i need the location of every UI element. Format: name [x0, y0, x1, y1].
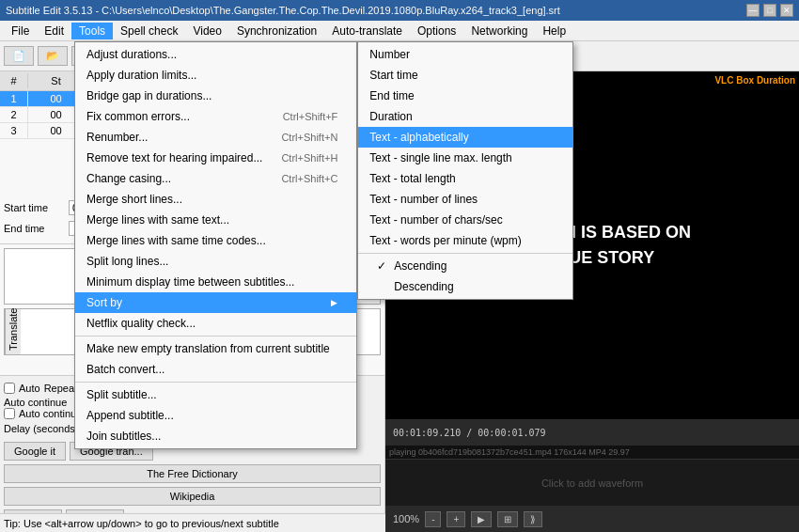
tools-append-subtitle-label: Append subtitle... [86, 409, 174, 422]
menu-synchronization[interactable]: Synchronization [229, 23, 324, 39]
menu-file[interactable]: File [4, 23, 37, 39]
close-button[interactable]: ✕ [780, 4, 793, 17]
menu-separator-1 [75, 336, 356, 336]
tools-change-casing[interactable]: Change casing... Ctrl+Shift+C [75, 168, 356, 189]
minimize-button[interactable]: — [746, 4, 760, 17]
sort-by-number[interactable]: Number [358, 44, 572, 65]
tools-netflix-label: Netflix quality check... [86, 317, 196, 330]
fix-errors-shortcut: Ctrl+Shift+F [283, 111, 338, 122]
maximize-button[interactable]: □ [763, 4, 776, 17]
status-bar: Tip: Use <alt+arrow up/down> to go to pr… [0, 513, 385, 532]
sort-by-duration[interactable]: Duration [358, 106, 572, 127]
scroll-button[interactable]: ⟫ [524, 511, 542, 527]
sort-separator [358, 253, 572, 254]
menu-separator-2 [75, 382, 356, 383]
sort-by-dropdown: Number Start time End time Duration Text… [357, 41, 573, 300]
zoom-minus-button[interactable]: - [425, 511, 441, 527]
menu-networking[interactable]: Networking [463, 23, 535, 39]
tools-split-long-label: Split long lines... [86, 255, 168, 268]
sort-by-num-lines[interactable]: Text - number of lines [358, 189, 572, 210]
sort-by-wpm[interactable]: Text - words per minute (wpm) [358, 230, 572, 251]
play-button[interactable]: ▶ [471, 511, 492, 527]
sort-by-text-alpha[interactable]: Text - alphabetically [358, 127, 572, 148]
auto-continue-checkbox[interactable] [4, 408, 15, 419]
tools-menu-dropdown: Adjust durations... Apply duration limit… [74, 41, 357, 449]
title-bar: Subtitle Edit 3.5.13 - C:\Users\elnco\De… [0, 0, 799, 21]
tools-sort-by-label: Sort by [86, 296, 122, 309]
status-tip: Tip: Use <alt+arrow up/down> to go to pr… [4, 518, 279, 529]
renumber-shortcut: Ctrl+Shift+N [281, 132, 337, 143]
sort-by-total-length[interactable]: Text - total length [358, 168, 572, 189]
title-text: Subtitle Edit 3.5.13 - C:\Users\elnco\De… [6, 5, 560, 16]
menu-options[interactable]: Options [410, 23, 463, 39]
free-dictionary-button[interactable]: The Free Dictionary [4, 464, 381, 483]
waveform-toggle-button[interactable]: ⊞ [497, 511, 518, 527]
cell-num: 2 [0, 107, 28, 122]
translate-label: Translate [5, 309, 21, 354]
tools-merge-same-text-label: Merge lines with same text... [86, 213, 229, 227]
sort-ascending[interactable]: ✓ Ascending [358, 256, 572, 276]
auto-label: Auto [19, 383, 40, 394]
cell-num: 3 [0, 123, 28, 138]
tools-batch-convert-label: Batch convert... [86, 363, 164, 376]
tools-new-translation[interactable]: Make new empty translation from current … [75, 338, 356, 359]
ascending-label: Ascending [394, 259, 446, 273]
tools-merge-short-label: Merge short lines... [86, 193, 182, 206]
tools-apply-duration[interactable]: Apply duration limits... [75, 65, 356, 86]
menu-spell-check[interactable]: Spell check [113, 23, 185, 39]
tools-adjust-durations[interactable]: Adjust durations... [75, 44, 356, 65]
wikipedia-button[interactable]: Wikipedia [4, 487, 381, 506]
auto-checkbox[interactable] [4, 383, 15, 394]
tools-min-display-label: Minimum display time between subtitles..… [86, 275, 294, 289]
tools-batch-convert[interactable]: Batch convert... [75, 359, 356, 380]
tools-netflix-quality[interactable]: Netflix quality check... [75, 313, 356, 334]
waveform-area[interactable]: Click to add waveform [385, 459, 799, 506]
video-bottom-bar: 100% - + ▶ ⊞ ⟫ [385, 506, 799, 532]
tools-renumber[interactable]: Renumber... Ctrl+Shift+N [75, 127, 356, 148]
tools-split-long[interactable]: Split long lines... [75, 251, 356, 272]
wikipedia-row: Wikipedia [4, 487, 381, 506]
tools-split-subtitle[interactable]: Split subtitle... [75, 384, 356, 405]
sort-by-chars-sec[interactable]: Text - number of chars/sec [358, 210, 572, 230]
tools-join-subtitles-label: Join subtitles... [86, 430, 161, 443]
dropdown-overlay: Adjust durations... Apply duration limit… [74, 41, 573, 449]
zoom-plus-button[interactable]: + [446, 511, 465, 527]
tools-apply-duration-label: Apply duration limits... [86, 69, 196, 82]
tools-change-casing-label: Change casing... [86, 172, 171, 185]
menu-help[interactable]: Help [535, 23, 573, 39]
tools-sort-by[interactable]: Sort by [75, 292, 356, 313]
tools-merge-same-text[interactable]: Merge lines with same text... [75, 210, 356, 230]
tools-merge-short[interactable]: Merge short lines... [75, 189, 356, 210]
cell-num: 1 [0, 91, 28, 106]
descending-label: Descending [394, 280, 453, 293]
tools-join-subtitles[interactable]: Join subtitles... [75, 426, 356, 446]
waveform-label: Click to add waveform [541, 477, 643, 489]
sort-by-single-line-max[interactable]: Text - single line max. length [358, 148, 572, 168]
tools-fix-errors-label: Fix common errors... [86, 110, 190, 123]
end-time-label: End time [4, 223, 65, 234]
tools-fix-errors[interactable]: Fix common errors... Ctrl+Shift+F [75, 106, 356, 127]
tools-merge-same-time-label: Merge lines with same time codes... [86, 234, 266, 247]
tools-remove-text[interactable]: Remove text for hearing impaired... Ctrl… [75, 148, 356, 168]
vlc-label: VLC Box Duration [714, 75, 795, 86]
tools-append-subtitle[interactable]: Append subtitle... [75, 405, 356, 426]
sort-descending[interactable]: Descending [358, 276, 572, 297]
sort-by-end-time[interactable]: End time [358, 86, 572, 106]
tools-bridge-gap[interactable]: Bridge gap in durations... [75, 86, 356, 106]
tools-min-display[interactable]: Minimum display time between subtitles..… [75, 272, 356, 292]
menu-video[interactable]: Video [185, 23, 228, 39]
col-num: # [0, 73, 28, 88]
new-button[interactable]: 📄 [4, 46, 34, 66]
menu-bar: File Edit Tools Spell check Video Synchr… [0, 21, 799, 41]
open-button[interactable]: 📂 [38, 46, 68, 66]
tools-merge-same-time[interactable]: Merge lines with same time codes... [75, 230, 356, 251]
auto-continue-label: Auto continue [4, 397, 67, 408]
menu-auto-translate[interactable]: Auto-translate [324, 23, 410, 39]
window-controls: — □ ✕ [746, 4, 793, 17]
menu-edit[interactable]: Edit [37, 23, 71, 39]
menu-tools[interactable]: Tools [71, 23, 113, 39]
start-time-label: Start time [4, 202, 65, 213]
sort-by-start-time[interactable]: Start time [358, 65, 572, 86]
ascending-check: ✓ [377, 259, 390, 273]
google-it-button[interactable]: Google it [4, 442, 66, 461]
